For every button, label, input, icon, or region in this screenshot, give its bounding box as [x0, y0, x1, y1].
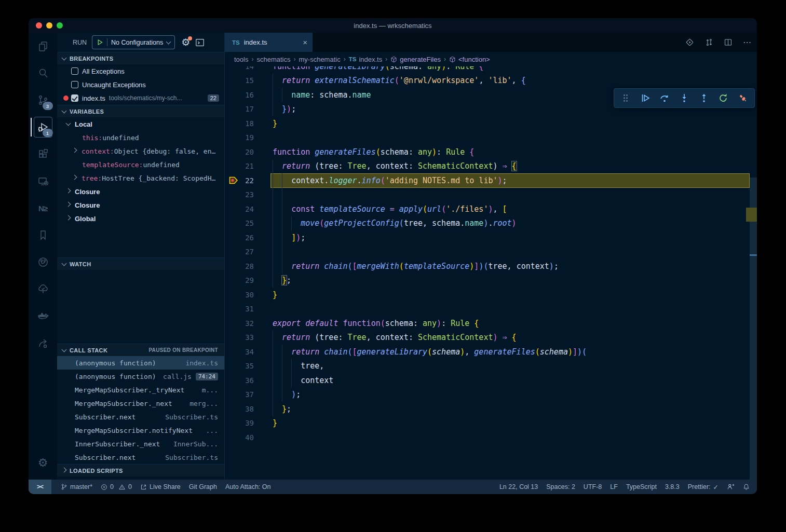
- variable-row[interactable]: templateSource: undefined: [57, 158, 224, 171]
- code-line[interactable]: 19: [225, 131, 757, 145]
- code-line[interactable]: 30}: [225, 288, 757, 302]
- gutter[interactable]: 22: [225, 173, 273, 188]
- breakpoint-row[interactable]: Uncaught Exceptions: [57, 78, 224, 91]
- testing-icon[interactable]: [31, 276, 56, 303]
- problems-item[interactable]: 0 0: [101, 483, 132, 490]
- call-stack-frame[interactable]: Subscriber.nextSubscriber.ts: [57, 410, 224, 424]
- remote-explorer-icon[interactable]: [31, 168, 56, 195]
- scrollbar[interactable]: [750, 66, 757, 480]
- variable-row[interactable]: this: undefined: [57, 131, 224, 144]
- breadcrumb-item[interactable]: TSindex.ts: [349, 56, 383, 63]
- step-over-icon[interactable]: [658, 92, 671, 104]
- scrollbar-slider[interactable]: [750, 178, 757, 480]
- call-stack-frame[interactable]: InnerSubscriber._nextInnerSub...: [57, 437, 224, 451]
- debug-console-icon[interactable]: [195, 38, 205, 47]
- nx-console-icon[interactable]: N≥: [31, 195, 56, 222]
- split-editor-icon[interactable]: [724, 38, 733, 47]
- gutter[interactable]: 23: [225, 188, 273, 202]
- code-line[interactable]: 23: [225, 188, 757, 202]
- git-graph-item[interactable]: Git Graph: [189, 483, 217, 490]
- language-mode-item[interactable]: TypeScript: [626, 483, 657, 490]
- variable-row[interactable]: tree: HostTree {_backend: ScopedH…: [57, 171, 224, 185]
- gutter[interactable]: 40: [225, 430, 273, 445]
- code-line[interactable]: 33 return (tree: Tree, context: Schemati…: [225, 331, 757, 345]
- breadcrumb-item[interactable]: <function>: [449, 56, 490, 63]
- gutter[interactable]: 36: [225, 373, 273, 388]
- prettier-item[interactable]: Prettier: ✓: [688, 483, 719, 491]
- gutter[interactable]: 32: [225, 316, 273, 331]
- gutter[interactable]: 30: [225, 288, 273, 302]
- gutter[interactable]: 20: [225, 145, 273, 159]
- call-stack-frame[interactable]: (anonymous function)call.js74:24: [57, 370, 224, 383]
- breadcrumb-item[interactable]: tools: [234, 56, 248, 63]
- code-line[interactable]: 36 context: [225, 373, 757, 388]
- step-out-icon[interactable]: [698, 92, 710, 104]
- feedback-icon[interactable]: [727, 483, 735, 490]
- tab-index-ts[interactable]: TS index.ts ×: [225, 33, 313, 52]
- variable-scope-row[interactable]: Global: [57, 212, 224, 225]
- gutter[interactable]: 16: [225, 88, 273, 102]
- code-line[interactable]: 29 };: [225, 274, 757, 288]
- start-debug-icon[interactable]: [97, 39, 103, 46]
- code-line[interactable]: 15 return externalSchematic('@nrwl/works…: [225, 74, 757, 88]
- gutter[interactable]: 37: [225, 388, 273, 402]
- breakpoint-checkbox[interactable]: [71, 81, 78, 88]
- variable-scope-row[interactable]: Closure: [57, 198, 224, 212]
- gutter[interactable]: 39: [225, 416, 273, 431]
- breadcrumb-item[interactable]: schematics: [256, 56, 290, 63]
- gutter[interactable]: 26: [225, 230, 273, 245]
- breakpoint-row[interactable]: All Exceptions: [57, 64, 224, 78]
- gutter[interactable]: 35: [225, 359, 273, 374]
- gutter[interactable]: 31: [225, 302, 273, 317]
- gutter[interactable]: 17: [225, 102, 273, 117]
- gutter[interactable]: 18: [225, 116, 273, 131]
- run-and-debug-icon[interactable]: 1: [31, 114, 56, 141]
- code-line[interactable]: 18}: [225, 116, 757, 131]
- gutter[interactable]: 25: [225, 216, 273, 231]
- code-line[interactable]: 37 );: [225, 388, 757, 402]
- code-line[interactable]: 14function generateLibrary(schema: any):…: [225, 66, 757, 74]
- step-into-icon[interactable]: [678, 92, 690, 104]
- encoding-item[interactable]: UTF-8: [584, 483, 602, 490]
- code-line[interactable]: 24 const templateSource = apply(url('./f…: [225, 202, 757, 216]
- gutter[interactable]: 29: [225, 274, 273, 288]
- launch-configuration-dropdown[interactable]: No Configurations: [92, 35, 175, 49]
- debug-settings-gear-icon[interactable]: ⚙: [181, 37, 190, 47]
- continue-icon[interactable]: [639, 92, 652, 104]
- variable-scope-row[interactable]: Closure: [57, 185, 224, 198]
- code-line[interactable]: 38 };: [225, 402, 757, 416]
- docker-icon[interactable]: [31, 303, 56, 330]
- tab-close-icon[interactable]: ×: [303, 38, 307, 47]
- zoom-window-button[interactable]: [57, 22, 63, 29]
- variable-row[interactable]: context: Object {debug: false, en…: [57, 144, 224, 158]
- call-stack-section-header[interactable]: CALL STACK PAUSED ON BREAKPOINT: [57, 344, 224, 356]
- gutter[interactable]: 21: [225, 159, 273, 174]
- live-share-item[interactable]: Live Share: [140, 483, 181, 490]
- call-stack-frame[interactable]: MergeMapSubscriber._tryNextm...: [57, 383, 224, 397]
- code-line[interactable]: 20function generateFiles(schema: any): R…: [225, 145, 757, 159]
- variable-scope-row[interactable]: Local: [57, 117, 224, 131]
- explorer-icon[interactable]: [31, 33, 56, 60]
- gutter[interactable]: 15: [225, 74, 273, 88]
- eol-item[interactable]: LF: [610, 483, 618, 490]
- source-control-icon[interactable]: 3: [31, 87, 56, 114]
- more-actions-icon[interactable]: ⋯: [743, 37, 752, 47]
- loaded-scripts-section-header[interactable]: LOADED SCRIPTS: [57, 464, 224, 476]
- breadcrumb-item[interactable]: generateFiles: [390, 56, 441, 63]
- breadcrumb-item[interactable]: my-schematic: [299, 56, 341, 63]
- extensions-icon[interactable]: [31, 141, 56, 168]
- gutter[interactable]: 34: [225, 345, 273, 359]
- indentation-item[interactable]: Spaces: 2: [546, 483, 575, 490]
- code-line[interactable]: 39}: [225, 416, 757, 431]
- code-line[interactable]: 25 move(getProjectConfig(tree, schema.na…: [225, 216, 757, 231]
- code-line[interactable]: 34 return chain([generateLibrary(schema)…: [225, 345, 757, 359]
- breakpoints-section-header[interactable]: BREAKPOINTS: [57, 52, 224, 64]
- variables-section-header[interactable]: VARIABLES: [57, 105, 224, 117]
- live-share-icon[interactable]: [31, 330, 56, 357]
- code-line[interactable]: 27: [225, 245, 757, 260]
- breakpoint-checkbox[interactable]: [71, 94, 78, 102]
- code-line[interactable]: 26 ]);: [225, 230, 757, 245]
- gutter[interactable]: 38: [225, 402, 273, 416]
- git-branch-item[interactable]: master*: [61, 483, 92, 490]
- restart-icon[interactable]: [717, 92, 729, 104]
